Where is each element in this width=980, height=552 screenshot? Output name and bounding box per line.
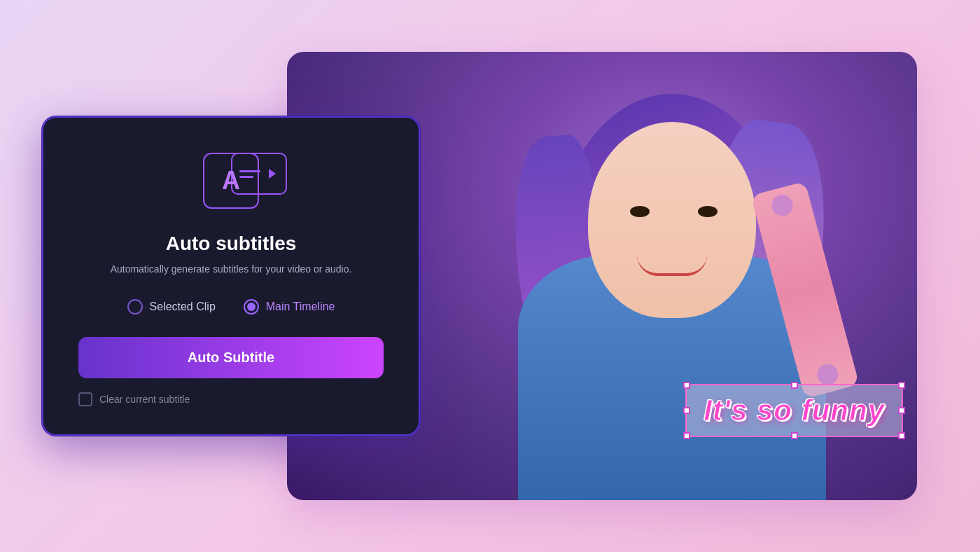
smile <box>637 255 707 276</box>
icon-area: A <box>78 146 384 216</box>
radio-option-selected-clip[interactable]: Selected Clip <box>127 299 216 315</box>
play-icon <box>269 169 276 179</box>
icon-letter-box: A <box>203 153 259 209</box>
handle-tr <box>898 382 905 389</box>
radio-option-main-timeline[interactable]: Main Timeline <box>244 299 335 315</box>
handle-tm <box>791 382 798 389</box>
eye-left <box>630 206 650 217</box>
subtitle-text: It's so funny <box>704 394 885 427</box>
handle-bm <box>791 432 798 439</box>
clear-subtitle-checkbox[interactable] <box>78 392 92 406</box>
face <box>588 122 756 318</box>
radio-circle-main-timeline[interactable] <box>244 299 259 315</box>
handle-ml <box>683 407 690 414</box>
radio-group: Selected Clip Main Timeline <box>78 299 384 315</box>
handle-bl <box>683 432 690 439</box>
panel-description: Automatically generate subtitles for you… <box>78 262 384 277</box>
handle-tl <box>683 382 690 389</box>
icon-letter: A <box>222 166 240 195</box>
radio-label-selected-clip: Selected Clip <box>150 301 216 313</box>
icon-wrapper: A <box>175 146 287 216</box>
radio-dot-main-timeline <box>247 303 255 311</box>
handle-br <box>898 432 905 439</box>
radio-circle-selected-clip[interactable] <box>127 299 143 315</box>
main-container: It's so funny A Auto subtitles <box>42 31 938 521</box>
auto-subtitle-button[interactable]: Auto Subtitle <box>78 337 384 378</box>
panel-card: A Auto subtitles Automatically generate … <box>42 116 420 436</box>
clear-subtitle-label: Clear current subtitle <box>99 394 190 405</box>
subtitle-overlay: It's so funny <box>685 384 903 437</box>
handle-mr <box>898 407 905 414</box>
eye-right <box>698 206 718 217</box>
wheel-top <box>769 193 795 219</box>
panel-title: Auto subtitles <box>78 233 384 255</box>
checkbox-row: Clear current subtitle <box>78 392 384 406</box>
radio-label-main-timeline: Main Timeline <box>266 301 335 313</box>
